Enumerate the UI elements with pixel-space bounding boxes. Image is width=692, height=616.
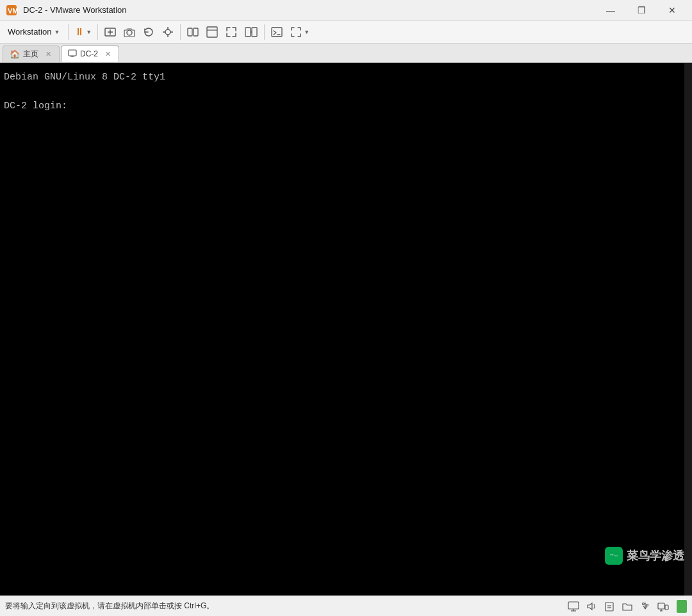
terminal-button[interactable] xyxy=(268,23,286,41)
fit-guest-button[interactable] xyxy=(222,23,240,41)
minimize-button[interactable]: — xyxy=(596,0,625,21)
svg-point-26 xyxy=(613,554,614,556)
tab-dc2[interactable]: DC-2 ✕ xyxy=(61,46,119,62)
title-bar: VM DC-2 - VMware Workstation — ❐ ✕ xyxy=(0,0,692,21)
svg-point-6 xyxy=(165,29,170,35)
workstation-menu[interactable]: Workstation ▼ xyxy=(3,23,65,41)
home-tab-icon: 🏠 xyxy=(10,49,20,59)
dc2-tab-icon xyxy=(68,49,77,60)
console-scrollbar[interactable] xyxy=(684,63,692,595)
vm-console[interactable]: Debian GNU/Linux 8 DC-2 tty1 DC-2 login:… xyxy=(0,63,692,595)
dc2-tab-label: DC-2 xyxy=(80,49,98,58)
status-usb-icon xyxy=(638,599,652,613)
pause-dropdown-arrow: ▼ xyxy=(86,29,92,35)
fullscreen-button[interactable]: ▼ xyxy=(287,23,312,41)
window-controls: — ❐ ✕ xyxy=(596,0,687,21)
svg-point-36 xyxy=(643,603,645,604)
dc2-tab-close[interactable]: ✕ xyxy=(104,50,112,58)
snapshot-manager-button[interactable] xyxy=(159,23,177,41)
toolbar: Workstation ▼ ⏸ ▼ xyxy=(0,21,692,44)
snapshot-button[interactable] xyxy=(120,23,138,41)
svg-rect-38 xyxy=(658,603,664,609)
svg-rect-15 xyxy=(245,28,251,37)
watermark: 菜鸟学渗透 xyxy=(605,547,684,565)
close-button[interactable]: ✕ xyxy=(657,0,687,21)
send-ctrl-alt-del-button[interactable] xyxy=(101,23,119,41)
status-green-indicator xyxy=(677,600,687,613)
status-icons xyxy=(566,599,687,613)
toolbar-sep-3 xyxy=(180,24,181,40)
console-output: Debian GNU/Linux 8 DC-2 tty1 DC-2 login: xyxy=(4,71,165,114)
view-toggle-button[interactable] xyxy=(184,23,202,41)
svg-rect-39 xyxy=(665,605,668,610)
status-bar: 要将输入定向到该虚拟机，请在虚拟机内部单击或按 Ctrl+G。 xyxy=(0,595,692,616)
tab-home[interactable]: 🏠 主页 ✕ xyxy=(3,46,60,62)
svg-point-37 xyxy=(647,604,648,606)
status-volume-icon xyxy=(584,599,598,613)
svg-rect-12 xyxy=(194,28,198,36)
svg-rect-11 xyxy=(188,28,192,36)
pause-icon: ⏸ xyxy=(74,26,85,38)
status-text: 要将输入定向到该虚拟机，请在虚拟机内部单击或按 Ctrl+G。 xyxy=(5,601,566,612)
svg-point-27 xyxy=(614,555,616,556)
status-monitor-icon xyxy=(566,599,581,613)
svg-point-25 xyxy=(611,554,612,556)
svg-point-28 xyxy=(616,555,618,556)
workstation-dropdown-arrow: ▼ xyxy=(54,29,60,35)
console-line3: DC-2 login: xyxy=(4,101,73,112)
svg-rect-29 xyxy=(568,602,579,609)
svg-rect-18 xyxy=(272,28,282,37)
svg-rect-32 xyxy=(606,603,613,611)
status-folder-icon xyxy=(620,599,634,613)
svg-point-5 xyxy=(127,30,132,35)
svg-text:VM: VM xyxy=(8,7,18,15)
home-tab-close[interactable]: ✕ xyxy=(44,50,53,58)
toolbar-sep-2 xyxy=(97,24,98,40)
toolbar-sep-1 xyxy=(68,24,69,40)
maximize-button[interactable]: ❐ xyxy=(627,0,656,21)
wechat-icon xyxy=(605,547,623,565)
unity-button[interactable] xyxy=(203,23,221,41)
svg-rect-13 xyxy=(207,27,217,37)
status-devices-icon xyxy=(656,599,670,613)
watermark-text: 菜鸟学渗透 xyxy=(627,548,684,563)
status-clipboard-icon xyxy=(602,599,616,613)
app-icon: VM xyxy=(5,4,18,17)
svg-rect-16 xyxy=(252,28,257,37)
window-title: DC-2 - VMware Workstation xyxy=(23,5,596,15)
revert-button[interactable] xyxy=(140,23,158,41)
fullscreen-dropdown-arrow: ▼ xyxy=(304,29,309,35)
home-tab-label: 主页 xyxy=(23,49,38,60)
toolbar-sep-4 xyxy=(264,24,265,40)
svg-point-24 xyxy=(613,554,619,558)
tabs-bar: 🏠 主页 ✕ DC-2 ✕ xyxy=(0,44,692,63)
pause-button[interactable]: ⏸ ▼ xyxy=(72,23,94,41)
console-line1: Debian GNU/Linux 8 DC-2 tty1 xyxy=(4,72,165,83)
svg-rect-20 xyxy=(69,50,76,56)
workstation-label: Workstation xyxy=(8,27,51,37)
stretch-button[interactable] xyxy=(242,23,261,41)
